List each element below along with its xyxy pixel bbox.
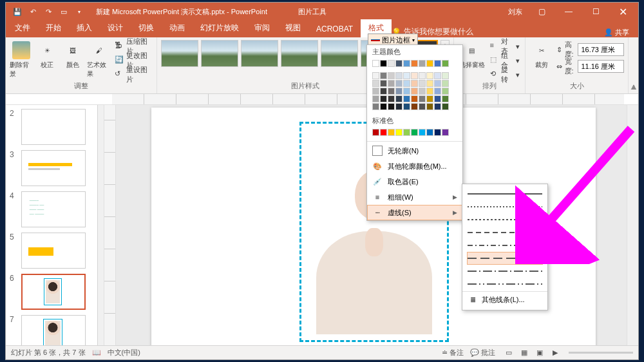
color-swatch[interactable]	[442, 129, 449, 136]
slideshow-view-button[interactable]: ▶	[548, 347, 562, 359]
color-swatch[interactable]	[426, 80, 433, 87]
color-swatch[interactable]	[388, 129, 395, 136]
color-swatch[interactable]	[403, 103, 410, 110]
color-swatch[interactable]	[426, 60, 433, 67]
color-swatch[interactable]	[372, 103, 379, 110]
color-swatch[interactable]	[442, 88, 449, 95]
panel-scrollbar[interactable]	[98, 105, 104, 345]
slide-thumbnail[interactable]: 2	[6, 106, 97, 148]
slide-thumb-preview[interactable]	[21, 109, 86, 145]
collapse-ribbon-button[interactable]: ⯅	[629, 37, 638, 93]
normal-view-button[interactable]: ▭	[502, 347, 516, 359]
slide-thumbnail[interactable]: 5	[6, 230, 97, 271]
color-swatch[interactable]	[403, 95, 410, 102]
color-swatch[interactable]	[411, 72, 418, 79]
eyedropper-item[interactable]: 💉 取色器(E)	[367, 174, 462, 189]
color-swatch[interactable]	[388, 60, 395, 67]
redo-icon[interactable]: ↷	[43, 6, 53, 17]
dash-option-long-dash-dot[interactable]	[468, 265, 542, 277]
style-thumb[interactable]	[321, 40, 358, 67]
color-swatch[interactable]	[380, 88, 387, 95]
color-swatch[interactable]	[419, 72, 426, 79]
style-thumb[interactable]	[161, 40, 198, 67]
color-swatch[interactable]	[372, 60, 379, 67]
rotate-button[interactable]: ⟲旋转 ▾	[489, 68, 522, 81]
slide-thumbnail[interactable]: 3	[6, 148, 97, 189]
style-thumb[interactable]	[201, 40, 238, 67]
slide-canvas-area[interactable]	[104, 105, 627, 345]
reset-picture-button[interactable]: ↺重设图片	[113, 68, 153, 81]
slide-thumb-preview[interactable]	[21, 233, 86, 269]
color-swatch[interactable]	[403, 88, 410, 95]
more-lines-item[interactable]: ≣ 其他线条(L)...	[462, 291, 547, 307]
color-swatch[interactable]	[403, 129, 410, 136]
color-swatch[interactable]	[380, 129, 387, 136]
tab-acrobat[interactable]: ACROBAT	[308, 21, 361, 37]
crop-button[interactable]: ✂ 裁剪	[529, 40, 553, 70]
color-swatch[interactable]	[395, 60, 402, 67]
color-swatch[interactable]	[388, 80, 395, 87]
spellcheck-icon[interactable]: 📖	[92, 348, 101, 357]
color-swatch[interactable]	[388, 95, 395, 102]
vertical-scrollbar[interactable]	[627, 105, 638, 345]
artistic-effects-button[interactable]: 🖌 艺术效果	[87, 40, 110, 79]
color-swatch[interactable]	[395, 80, 402, 87]
color-swatch[interactable]	[395, 129, 402, 136]
color-swatch[interactable]	[380, 60, 387, 67]
height-input[interactable]	[578, 43, 624, 56]
color-swatch[interactable]	[442, 72, 449, 79]
undo-icon[interactable]: ↶	[28, 6, 38, 17]
color-swatch[interactable]	[442, 60, 449, 67]
color-swatch[interactable]	[395, 72, 402, 79]
color-swatch[interactable]	[372, 88, 379, 95]
color-swatch[interactable]	[434, 80, 441, 87]
zoom-slider[interactable]	[569, 352, 633, 354]
color-swatch[interactable]	[419, 60, 426, 67]
weight-item[interactable]: ≡ 粗细(W) ▶	[367, 189, 462, 205]
slide-thumb-preview[interactable]	[21, 150, 86, 186]
color-button[interactable]: 🖼 颜色	[61, 40, 84, 70]
more-outline-colors-item[interactable]: 🎨 其他轮廓颜色(M)...	[367, 158, 462, 174]
color-swatch[interactable]	[380, 72, 387, 79]
sorter-view-button[interactable]: ▦	[517, 347, 531, 359]
tab-animations[interactable]: 动画	[162, 19, 193, 37]
comments-button[interactable]: 💬 批注	[470, 348, 495, 357]
color-swatch[interactable]	[372, 129, 379, 136]
slide-thumbnail-panel[interactable]: 234──────── ───── ───── ────567	[6, 105, 98, 345]
color-swatch[interactable]	[411, 80, 418, 87]
user-name[interactable]: 刘东	[508, 7, 522, 17]
maximize-button[interactable]: ☐	[583, 3, 609, 21]
dashes-item[interactable]: ┄ 虚线(S) ▶	[367, 205, 462, 220]
dash-option-long-dash[interactable]	[468, 252, 542, 264]
slide-thumbnail[interactable]: 6	[6, 271, 97, 312]
tab-transitions[interactable]: 切换	[131, 19, 162, 37]
color-swatch[interactable]	[411, 103, 418, 110]
language-indicator[interactable]: 中文(中国)	[108, 348, 140, 357]
style-thumb[interactable]	[241, 40, 278, 67]
color-swatch[interactable]	[380, 95, 387, 102]
reading-view-button[interactable]: ▣	[533, 347, 547, 359]
tab-view[interactable]: 视图	[278, 19, 308, 37]
close-button[interactable]: ✕	[610, 3, 636, 21]
notes-button[interactable]: ≐ 备注	[442, 348, 464, 357]
start-show-icon[interactable]: ▭	[59, 6, 69, 17]
color-swatch[interactable]	[434, 72, 441, 79]
color-swatch[interactable]	[380, 103, 387, 110]
color-swatch[interactable]	[426, 129, 433, 136]
color-swatch[interactable]	[419, 103, 426, 110]
color-swatch[interactable]	[388, 72, 395, 79]
width-input[interactable]	[578, 60, 624, 73]
color-swatch[interactable]	[419, 95, 426, 102]
color-swatch[interactable]	[434, 60, 441, 67]
tab-design[interactable]: 设计	[100, 19, 131, 37]
color-swatch[interactable]	[372, 80, 379, 87]
color-swatch[interactable]	[395, 88, 402, 95]
corrections-button[interactable]: ☀ 校正	[35, 40, 59, 70]
color-swatch[interactable]	[372, 95, 379, 102]
minimize-button[interactable]: —	[556, 3, 582, 21]
dash-option-square-dot[interactable]	[468, 214, 542, 225]
slide-thumbnail[interactable]: 4──────── ───── ───── ────	[6, 189, 97, 230]
color-swatch[interactable]	[388, 103, 395, 110]
dash-option-dash-dot[interactable]	[468, 240, 542, 251]
slide-thumbnail[interactable]: 7	[6, 312, 97, 345]
